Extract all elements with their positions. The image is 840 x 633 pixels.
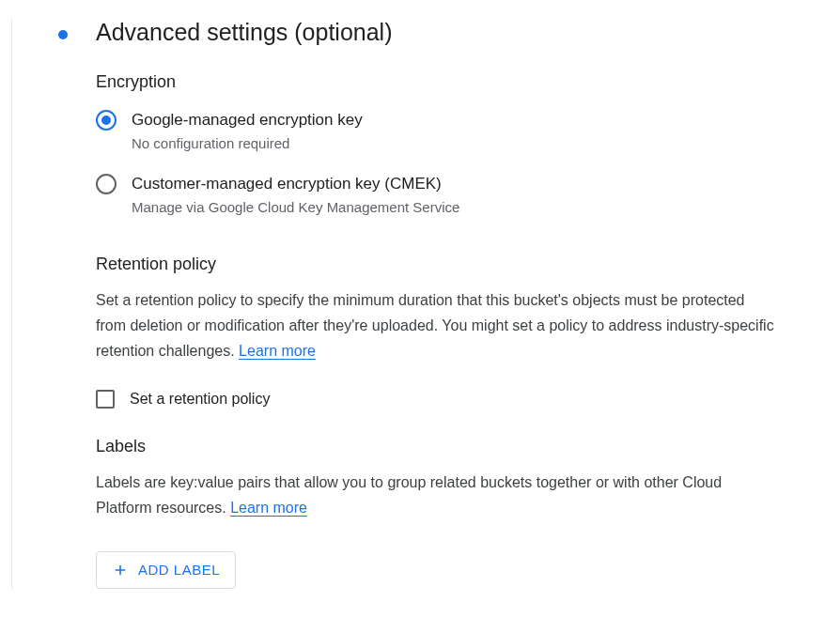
radio-google-managed-key[interactable]: Google-managed encryption key No configu… [96, 109, 776, 154]
radio-icon [96, 174, 117, 194]
radio-label: Customer-managed encryption key (CMEK) [132, 173, 459, 195]
radio-icon [96, 110, 117, 131]
labels-heading: Labels [96, 437, 776, 456]
retention-description: Set a retention policy to specify the mi… [96, 287, 776, 364]
retention-learn-more-link[interactable]: Learn more [239, 343, 316, 360]
plus-icon [112, 562, 129, 579]
radio-customer-managed-key[interactable]: Customer-managed encryption key (CMEK) M… [96, 173, 776, 218]
retention-checkbox[interactable]: Set a retention policy [96, 390, 776, 409]
add-label-button[interactable]: ADD LABEL [96, 551, 236, 589]
radio-sublabel: Manage via Google Cloud Key Management S… [132, 197, 459, 219]
radio-sublabel: No configuration required [132, 133, 363, 155]
checkbox-label: Set a retention policy [130, 391, 270, 408]
retention-heading: Retention policy [96, 255, 776, 274]
bullet-icon [58, 30, 68, 39]
retention-description-text: Set a retention policy to specify the mi… [96, 292, 774, 359]
vertical-divider [11, 19, 12, 589]
checkbox-icon [96, 390, 115, 409]
radio-label: Google-managed encryption key [132, 109, 363, 131]
page-title: Advanced settings (optional) [96, 19, 392, 46]
labels-learn-more-link[interactable]: Learn more [230, 500, 307, 517]
add-label-button-text: ADD LABEL [138, 562, 220, 578]
labels-description: Labels are key:value pairs that allow yo… [96, 470, 776, 520]
section-header[interactable]: Advanced settings (optional) [6, 19, 840, 46]
encryption-heading: Encryption [96, 72, 776, 92]
labels-description-text: Labels are key:value pairs that allow yo… [96, 474, 722, 516]
